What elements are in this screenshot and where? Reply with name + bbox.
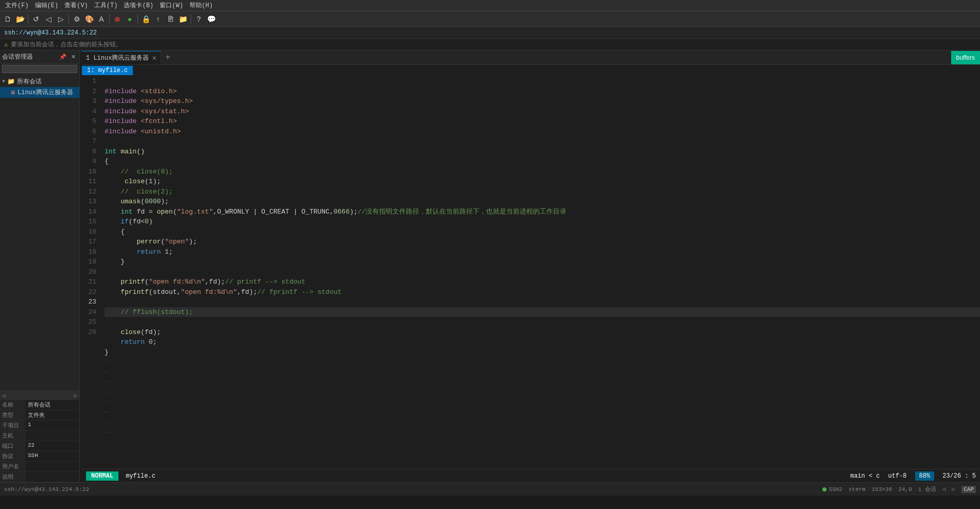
line-num-18: 18 bbox=[82, 247, 96, 257]
code-line-13: int fd = open("log.txt",O_WRONLY | O_CRE… bbox=[105, 208, 566, 216]
toolbar-help[interactable]: ? bbox=[193, 13, 204, 25]
menu-help[interactable]: 帮助(H) bbox=[186, 1, 216, 10]
code-line-11: // close(2); bbox=[105, 188, 173, 196]
props-user-key: 用户名 bbox=[0, 462, 26, 471]
toolbar-font[interactable]: A bbox=[96, 13, 107, 25]
code-line-19 bbox=[105, 268, 109, 276]
status-position: 23/26 : 5 bbox=[942, 472, 976, 480]
props-arrow-left[interactable]: ◁ bbox=[2, 392, 6, 399]
props-port-key: 端口 bbox=[0, 441, 26, 451]
tree-all-sessions-label: 所有会话 bbox=[17, 77, 42, 86]
props-sub-key: 子项目 bbox=[0, 420, 26, 430]
sidebar-props: ◁ ▷ 名称 所有会话 类型 文件夹 子项目 1 主机 端口 22 bbox=[0, 391, 79, 482]
line-num-12: 12 bbox=[82, 187, 96, 197]
line-num-15: 15 bbox=[82, 217, 96, 227]
code-line-7: int main() bbox=[105, 148, 145, 155]
menu-file[interactable]: 文件(F) bbox=[2, 1, 32, 10]
tab-label: 1 Linux腾讯云服务器 bbox=[86, 54, 149, 62]
session-tree: ▼ 📁 所有会话 🖥 Linux腾讯云服务器 bbox=[0, 74, 79, 391]
arrow-left-indicator: ◁ bbox=[942, 486, 946, 493]
toolbar-stop[interactable]: ⊗ bbox=[112, 13, 123, 25]
code-line-15: { bbox=[105, 228, 125, 236]
code-line-10: close(1); bbox=[105, 178, 161, 185]
toolbar-sep2 bbox=[68, 14, 69, 24]
props-host-value bbox=[26, 431, 79, 441]
tab-close-btn[interactable]: ✕ bbox=[152, 55, 156, 62]
menu-edit[interactable]: 编辑(E) bbox=[32, 1, 62, 10]
tree-all-sessions[interactable]: ▼ 📁 所有会话 bbox=[0, 76, 79, 87]
toolbar-back[interactable]: ◁ bbox=[43, 13, 54, 25]
sessions-label: 1 会话 bbox=[918, 485, 936, 493]
notification-text: 要添加当前会话，点击左侧的箭头按钮。 bbox=[11, 40, 122, 49]
code-line-23: // fflush(stdout); bbox=[105, 307, 980, 318]
file-label-bar: 1: myfile.c bbox=[82, 65, 980, 76]
menu-window[interactable]: 窗口(W) bbox=[157, 1, 186, 10]
toolbar-lock[interactable]: 🔒 bbox=[140, 13, 151, 25]
toolbar-folder[interactable]: 📁 bbox=[177, 13, 188, 25]
toolbar-download[interactable]: 🖹 bbox=[165, 13, 176, 25]
menu-tools[interactable]: 工具(T) bbox=[91, 1, 121, 10]
tab-add-icon: + bbox=[165, 53, 170, 62]
props-arrow-right[interactable]: ▷ bbox=[74, 392, 77, 399]
tilde-6: ~ bbox=[105, 409, 109, 416]
menu-tabs[interactable]: 选项卡(B) bbox=[121, 1, 157, 10]
props-protocol-value: SSH bbox=[26, 451, 79, 461]
line-num-4: 4 bbox=[82, 107, 96, 117]
toolbar-refresh[interactable]: ↺ bbox=[30, 13, 42, 25]
toolbar-color[interactable]: 🎨 bbox=[83, 13, 95, 25]
sidebar-close-btn[interactable]: ✕ bbox=[69, 53, 77, 61]
buffers-button[interactable]: buffers bbox=[951, 51, 980, 64]
code-line-21: fprintf(stdout,"open fd:%d\n",fd);// fpr… bbox=[105, 288, 341, 296]
status-percent: 88% bbox=[915, 471, 935, 481]
sessions-title: 会话管理器 bbox=[2, 52, 57, 61]
terminal-label: xterm bbox=[849, 486, 866, 493]
code-line-3: #include <sys/stat.h> bbox=[105, 108, 189, 115]
sidebar: 会话管理器 📌 ✕ ▼ 📁 所有会话 🖥 Linux腾讯云服务器 ◁ ▷ bbox=[0, 50, 80, 482]
tab-add-btn[interactable]: + bbox=[161, 51, 175, 64]
tree-server-icon: 🖥 bbox=[10, 90, 15, 96]
props-port-row: 端口 22 bbox=[0, 441, 79, 451]
props-name-key: 名称 bbox=[0, 400, 26, 410]
tilde-1: ~ bbox=[105, 358, 109, 366]
session-search-input[interactable] bbox=[2, 65, 77, 73]
tilde-5: ~ bbox=[105, 398, 109, 406]
props-name-row: 名称 所有会话 bbox=[0, 400, 79, 410]
code-line-24: close(fd); bbox=[105, 328, 161, 336]
props-sub-value: 1 bbox=[26, 420, 79, 430]
menu-view[interactable]: 查看(V) bbox=[61, 1, 91, 10]
tilde-3: ~ bbox=[105, 378, 109, 386]
status-dot bbox=[822, 487, 827, 492]
code-line-12: umask(0000); bbox=[105, 198, 169, 205]
main-area: 会话管理器 📌 ✕ ▼ 📁 所有会话 🖥 Linux腾讯云服务器 ◁ ▷ bbox=[0, 50, 980, 482]
cursor-label: 24,9 bbox=[898, 486, 912, 493]
code-line-1: #include <stdio.h> bbox=[105, 87, 177, 95]
status-bar: NORMAL myfile.c main < c utf-8 88% 23/26… bbox=[82, 469, 980, 482]
tree-server-item[interactable]: 🖥 Linux腾讯云服务器 bbox=[0, 87, 79, 98]
bottom-bar: ssh://wyn@43.143.224.5:22 SSH2 xterm 153… bbox=[0, 482, 980, 496]
toolbar-forward[interactable]: ▷ bbox=[55, 13, 66, 25]
code-line-18: } bbox=[105, 258, 125, 266]
toolbar-chat[interactable]: 💬 bbox=[205, 13, 217, 25]
props-user-value bbox=[26, 462, 79, 471]
dimensions-label: 153×36 bbox=[872, 486, 892, 493]
tilde-2: ~ bbox=[105, 368, 109, 376]
protocol-label: SSH2 bbox=[829, 486, 842, 493]
code-content[interactable]: #include <stdio.h> #include <sys/types.h… bbox=[100, 76, 980, 469]
toolbar-new[interactable]: 🗋 bbox=[2, 13, 13, 25]
props-desc-key: 说明 bbox=[0, 472, 26, 482]
line-num-17: 17 bbox=[82, 237, 96, 247]
menu-bar: 文件(F) 编辑(E) 查看(V) 工具(T) 选项卡(B) 窗口(W) 帮助(… bbox=[0, 0, 980, 11]
tab-linux-server[interactable]: 1 Linux腾讯云服务器 ✕ bbox=[82, 51, 161, 64]
code-line-2: #include <sys/types.h> bbox=[105, 97, 193, 105]
toolbar-open[interactable]: 📂 bbox=[14, 13, 26, 25]
arrow-right-indicator: ▷ bbox=[952, 486, 956, 493]
toolbar-record[interactable]: ● bbox=[124, 13, 135, 25]
toolbar-settings[interactable]: ⚙ bbox=[71, 13, 82, 25]
props-type-value: 文件夹 bbox=[26, 410, 79, 420]
toolbar-upload[interactable]: ↑ bbox=[152, 13, 164, 25]
code-line-17: return 1; bbox=[105, 248, 173, 256]
tree-arrow-icon: ▼ bbox=[2, 79, 5, 84]
sidebar-pin-btn[interactable]: 📌 bbox=[59, 53, 67, 61]
tilde-4: ~ bbox=[105, 389, 109, 396]
tilde-8: ~ bbox=[105, 429, 109, 436]
